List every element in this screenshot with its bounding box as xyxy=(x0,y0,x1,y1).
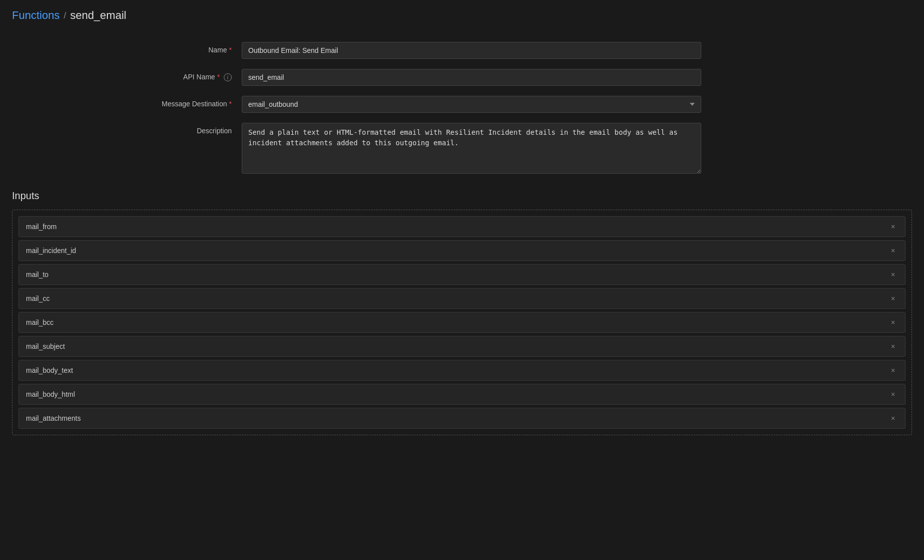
breadcrumb-separator: / xyxy=(63,10,66,21)
name-required: * xyxy=(229,46,232,54)
name-input[interactable] xyxy=(242,42,701,59)
message-destination-label: Message Destination* xyxy=(12,96,242,108)
api-name-required: * xyxy=(217,73,220,81)
message-destination-required: * xyxy=(229,100,232,108)
api-name-input[interactable] xyxy=(242,69,701,86)
api-name-field xyxy=(242,69,701,86)
inputs-container: mail_from×mail_incident_id×mail_to×mail_… xyxy=(12,210,912,435)
description-row: Description xyxy=(12,123,701,175)
description-field xyxy=(242,123,701,175)
input-item: mail_cc× xyxy=(18,288,906,309)
breadcrumb: Functions / send_email xyxy=(12,9,912,22)
form-container: Name* API Name* i Message Destination* e… xyxy=(12,42,701,175)
message-destination-row: Message Destination* email_outbound xyxy=(12,96,701,113)
functions-link[interactable]: Functions xyxy=(12,9,59,22)
input-item-label: mail_bcc xyxy=(26,318,53,326)
input-item-label: mail_from xyxy=(26,223,56,231)
name-row: Name* xyxy=(12,42,701,59)
input-item-remove-button[interactable]: × xyxy=(888,389,898,399)
description-textarea[interactable] xyxy=(242,123,701,174)
input-item-label: mail_incident_id xyxy=(26,247,76,255)
input-item-label: mail_subject xyxy=(26,342,65,350)
input-item: mail_to× xyxy=(18,264,906,285)
input-item-remove-button[interactable]: × xyxy=(888,270,898,280)
api-name-info-icon[interactable]: i xyxy=(224,73,232,81)
input-item: mail_attachments× xyxy=(18,408,906,429)
input-item: mail_incident_id× xyxy=(18,240,906,261)
breadcrumb-current: send_email xyxy=(70,9,126,22)
input-item-remove-button[interactable]: × xyxy=(888,246,898,256)
name-label: Name* xyxy=(12,42,242,54)
input-item-label: mail_attachments xyxy=(26,414,81,422)
input-item-label: mail_body_text xyxy=(26,366,73,374)
input-item: mail_body_html× xyxy=(18,384,906,405)
input-item: mail_subject× xyxy=(18,336,906,357)
input-item-remove-button[interactable]: × xyxy=(888,365,898,375)
input-item-remove-button[interactable]: × xyxy=(888,341,898,351)
input-item-label: mail_to xyxy=(26,271,48,279)
input-item-remove-button[interactable]: × xyxy=(888,293,898,303)
input-item-remove-button[interactable]: × xyxy=(888,317,898,327)
input-item-label: mail_cc xyxy=(26,294,49,302)
api-name-row: API Name* i xyxy=(12,69,701,86)
inputs-section: Inputs mail_from×mail_incident_id×mail_t… xyxy=(12,190,912,435)
api-name-label: API Name* i xyxy=(12,69,242,81)
input-item: mail_from× xyxy=(18,216,906,237)
input-item: mail_body_text× xyxy=(18,360,906,381)
inputs-title: Inputs xyxy=(12,190,912,202)
description-label: Description xyxy=(12,123,242,135)
message-destination-field: email_outbound xyxy=(242,96,701,113)
name-field xyxy=(242,42,701,59)
input-item-remove-button[interactable]: × xyxy=(888,222,898,232)
input-item-label: mail_body_html xyxy=(26,390,75,398)
message-destination-select[interactable]: email_outbound xyxy=(242,96,701,113)
page-container: Functions / send_email Name* API Name* i xyxy=(0,0,924,444)
input-item-remove-button[interactable]: × xyxy=(888,413,898,423)
input-item: mail_bcc× xyxy=(18,312,906,333)
